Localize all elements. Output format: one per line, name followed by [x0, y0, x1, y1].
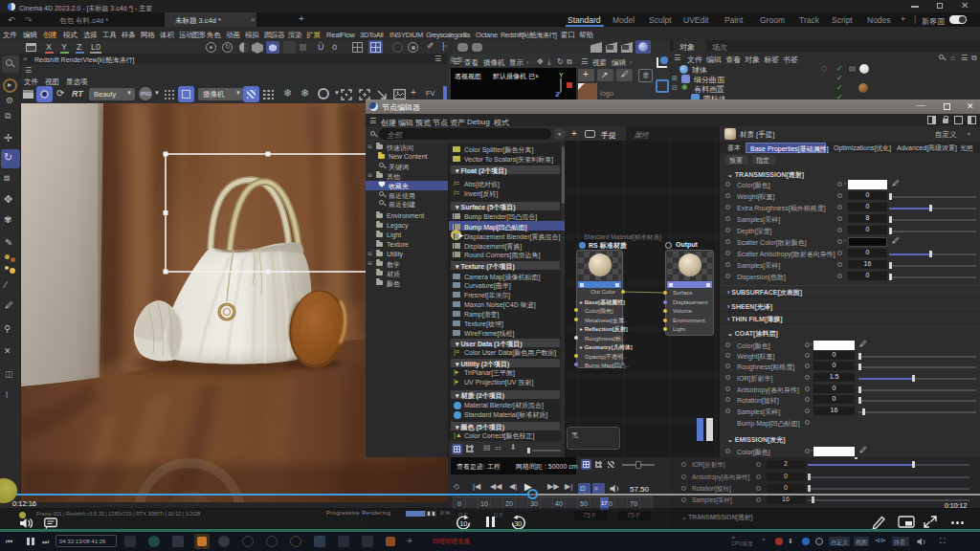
svg-text:Y: Y — [559, 72, 564, 78]
svg-text:Z: Z — [555, 91, 560, 98]
